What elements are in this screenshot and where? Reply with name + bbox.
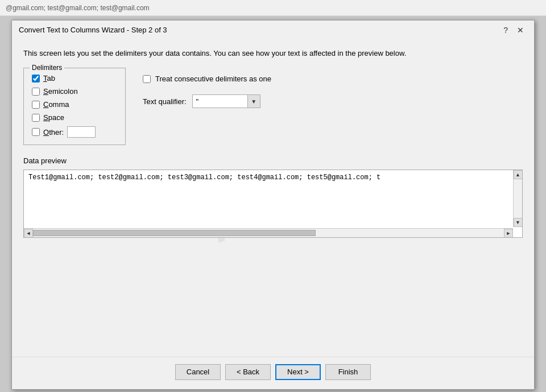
preview-scrollbar-right: ▲ ▼ <box>513 170 522 227</box>
space-checkbox[interactable] <box>32 114 40 122</box>
tab-checkbox[interactable] <box>32 75 40 82</box>
next-button[interactable]: Next > <box>275 364 321 380</box>
preview-scrollbar-bottom: ◄ ► <box>24 228 513 237</box>
scroll-up-button[interactable]: ▲ <box>514 170 523 179</box>
semicolon-label[interactable]: Semicolon <box>43 87 78 96</box>
back-button[interactable]: < Back <box>225 364 271 380</box>
qualifier-label: Text qualifier: <box>143 97 187 106</box>
data-preview-section: Data preview Test1@gmail.com; test2@gmai… <box>23 156 523 238</box>
other-input[interactable] <box>67 126 96 138</box>
close-button[interactable]: ✕ <box>514 25 527 35</box>
semicolon-checkbox[interactable] <box>32 88 40 96</box>
options-group: Treat consecutive delimiters as one Text… <box>143 68 271 145</box>
tab-row: Tab <box>32 74 117 82</box>
comma-label[interactable]: Comma <box>43 100 69 109</box>
scroll-thumb-vertical <box>514 179 522 218</box>
qualifier-select-wrapper: " ' {none} ▼ <box>192 94 260 108</box>
space-label[interactable]: Space <box>43 113 64 122</box>
cancel-button[interactable]: Cancel <box>175 364 221 380</box>
top-bar-email: @gmail.com; test@gmail.com; test@gmail.c… <box>6 4 150 12</box>
description-text: This screen lets you set the delimiters … <box>23 48 523 59</box>
space-row: Space <box>32 113 117 122</box>
scroll-left-button[interactable]: ◄ <box>24 229 33 238</box>
help-button[interactable]: ? <box>500 25 511 35</box>
button-bar: Cancel < Back Next > Finish <box>12 357 534 389</box>
scroll-right-button[interactable]: ► <box>504 229 513 238</box>
delimiters-group: Delimiters Tab Semicolon Comma <box>23 68 126 145</box>
preview-data-content: Test1@gmail.com; test2@gmail.com; test3@… <box>24 170 513 228</box>
tab-label[interactable]: Tab <box>43 74 55 82</box>
other-label[interactable]: Other: <box>43 128 64 137</box>
preview-container: Test1@gmail.com; test2@gmail.com; test3@… <box>23 170 523 238</box>
top-bar: @gmail.com; test@gmail.com; test@gmail.c… <box>0 0 546 16</box>
dialog: MAB Convert Text to Columns Wizard - Ste… <box>11 20 535 390</box>
scroll-track-horizontal <box>33 229 504 237</box>
comma-row: Comma <box>32 100 117 109</box>
title-bar: Convert Text to Columns Wizard - Step 2 … <box>12 20 534 39</box>
other-checkbox[interactable] <box>32 128 40 136</box>
qualifier-dropdown[interactable]: " ' {none} <box>193 95 260 108</box>
scroll-thumb-horizontal <box>33 230 316 236</box>
finish-button[interactable]: Finish <box>325 364 371 380</box>
consecutive-label[interactable]: Treat consecutive delimiters as one <box>155 75 271 83</box>
semicolon-row: Semicolon <box>32 87 117 96</box>
scroll-down-button[interactable]: ▼ <box>514 218 523 227</box>
delimiters-legend: Delimiters <box>30 64 64 72</box>
other-row: Other: <box>32 126 117 138</box>
consecutive-row: Treat consecutive delimiters as one <box>143 75 271 83</box>
data-preview-label: Data preview <box>23 156 523 165</box>
dialog-title: Convert Text to Columns Wizard - Step 2 … <box>19 26 167 34</box>
delimiters-and-options: Delimiters Tab Semicolon Comma <box>23 68 523 145</box>
qualifier-row: Text qualifier: " ' {none} ▼ <box>143 94 271 108</box>
comma-checkbox[interactable] <box>32 101 40 109</box>
consecutive-checkbox[interactable] <box>143 75 151 83</box>
